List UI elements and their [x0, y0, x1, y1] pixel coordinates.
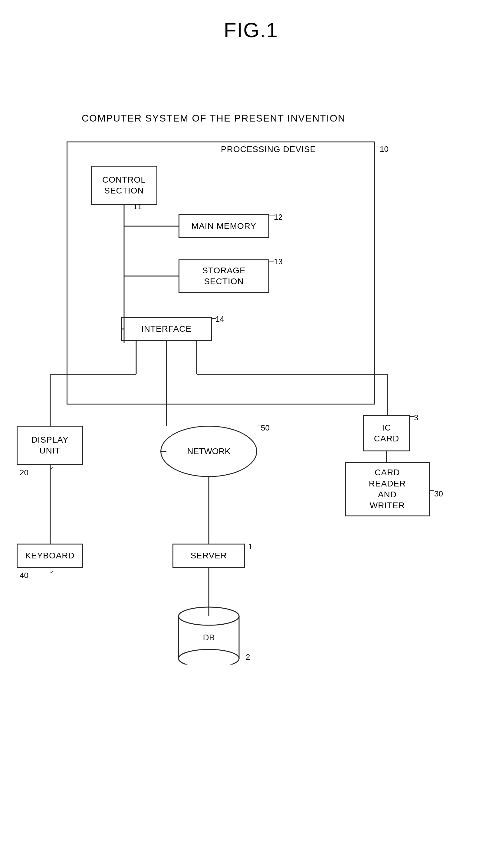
interface-label: INTERFACE: [141, 323, 192, 334]
network-label: NETWORK: [187, 446, 230, 456]
label-40: 40: [20, 571, 28, 580]
diagram-subtitle: COMPUTER SYSTEM OF THE PRESENT INVENTION: [82, 113, 345, 124]
main-memory-label: MAIN MEMORY: [192, 221, 256, 231]
main-memory-box: MAIN MEMORY: [179, 214, 269, 238]
control-section-label: CONTROL SECTION: [102, 174, 146, 197]
svg-point-2: [179, 649, 239, 664]
label-12: 12: [274, 213, 283, 222]
ic-card-box: IC CARD: [363, 415, 410, 451]
label-3: 3: [414, 413, 418, 422]
storage-section-box: STORAGE SECTION: [179, 259, 269, 293]
svg-text:DB: DB: [203, 633, 215, 642]
display-unit-box: DISPLAY UNIT: [17, 426, 83, 465]
label-50: 50: [261, 423, 270, 433]
network-ellipse: NETWORK: [160, 426, 257, 477]
label-1: 1: [248, 542, 252, 551]
label-20: 20: [20, 468, 28, 477]
control-section-box: CONTROL SECTION: [91, 166, 157, 205]
page-title: FIG.1: [0, 0, 502, 54]
card-reader-box: CARD READER AND WRITER: [345, 462, 430, 516]
label-14: 14: [215, 314, 224, 324]
label-13: 13: [274, 257, 283, 266]
label-30: 30: [434, 489, 443, 498]
svg-line-29: [50, 467, 53, 469]
display-unit-label: DISPLAY UNIT: [31, 434, 68, 456]
server-box: SERVER: [172, 544, 245, 568]
label-11: 11: [133, 202, 142, 211]
svg-point-1: [179, 607, 239, 625]
server-label: SERVER: [191, 550, 227, 561]
storage-section-label: STORAGE SECTION: [202, 265, 245, 287]
label-2: 2: [246, 652, 250, 662]
svg-line-31: [50, 571, 53, 573]
card-reader-label: CARD READER AND WRITER: [369, 467, 406, 511]
ic-card-label: IC CARD: [374, 422, 399, 444]
db-cylinder: DB: [175, 604, 242, 664]
interface-box: INTERFACE: [121, 317, 212, 341]
processing-devise-label: PROCESSING DEVISE: [221, 145, 316, 154]
keyboard-box: KEYBOARD: [17, 544, 83, 568]
label-10: 10: [380, 145, 389, 154]
keyboard-label: KEYBOARD: [25, 550, 75, 561]
